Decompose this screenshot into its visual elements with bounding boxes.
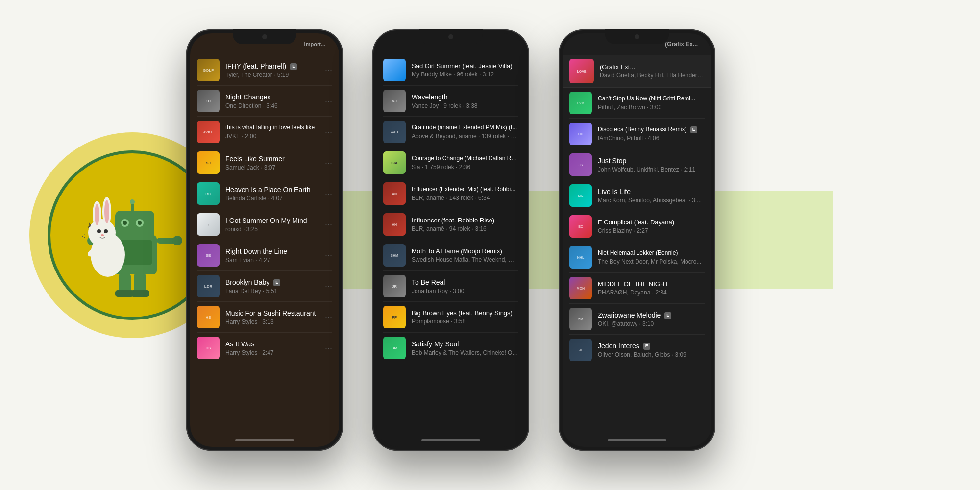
song-info-moth: Moth To A Flame (Moojo Remix) Swedish Ho…: [412, 247, 518, 264]
song-item-gratitude[interactable]: A&B Gratitude (anamē Extended PM Mix) (f…: [376, 117, 525, 147]
song-info-as-it-was: As It Was Harry Styles · 2:47: [225, 340, 319, 356]
phone2-home-indicator: [421, 439, 480, 441]
song-item-brooklyn[interactable]: LDR Brooklyn Baby E Lana Del Rey · 5:51 …: [190, 271, 339, 301]
svg-text:♪: ♪: [87, 220, 92, 230]
song-meta-as-it-was: Harry Styles · 2:47: [225, 349, 319, 356]
song-meta-jeden: Oliver Olson, Baluch, Gibbs · 3:09: [598, 351, 705, 358]
thumb-text-be: PP: [383, 306, 406, 328]
song-item-courage[interactable]: SIA Courage to Change (Michael Calfan Re…: [376, 147, 525, 178]
song-info-brown-eyes: Big Brown Eyes (feat. Benny Sings) Pompl…: [412, 309, 518, 325]
song-item-right-down[interactable]: SE Right Down the Line Sam Evian · 4:27 …: [190, 240, 339, 270]
thumb-text-fs: SJ: [197, 151, 220, 174]
song-item-heaven[interactable]: BC Heaven Is a Place On Earth Belinda Ca…: [190, 178, 339, 209]
song-meta-live-is-life: Marc Korn, Semitoo, Abrissgebeat · 3:...: [598, 197, 705, 204]
song-title-sushi: Music For a Sushi Restaurant: [225, 309, 319, 318]
song-info-right-down: Right Down the Line Sam Evian · 4:27: [225, 247, 319, 264]
song-item-just-stop[interactable]: JS Just Stop John Wolfcub, Unklfnkl, Ben…: [563, 149, 711, 180]
song-meta-brooklyn: Lana Del Rey · 5:51: [225, 288, 319, 294]
svg-point-26: [101, 234, 104, 236]
thumb-text-partial: LOVE: [569, 59, 594, 83]
song-meta-to-be-real: Jonathan Roy · 3:00: [412, 288, 518, 294]
song-item-zwariowane[interactable]: ZM Zwariowane Melodie E OKI, @atutowy · …: [563, 304, 711, 334]
thumb-text-inf: AN: [383, 213, 406, 236]
song-info-satisfy: Satisfy My Soul Bob Marley & The Wailers…: [412, 340, 518, 356]
svg-point-25: [104, 229, 108, 233]
song-options-ifhy[interactable]: ···: [325, 65, 332, 75]
song-thumb-right-down: SE: [197, 244, 220, 267]
song-options-falling[interactable]: ···: [325, 127, 332, 137]
song-item-influencer[interactable]: AN Influencer (feat. Robbie Rise) BLR, a…: [376, 209, 525, 240]
song-item-ifhy[interactable]: GOLF IFHY (feat. Pharrell) E Tyler, The …: [190, 55, 339, 85]
phone3-song-list: PZB Can't Stop Us Now (Nitti Gritti Remi…: [563, 88, 711, 365]
song-thumb-influencer: AN: [383, 213, 406, 236]
phone1-song-list: GOLF IFHY (feat. Pharrell) E Tyler, The …: [190, 55, 339, 363]
song-item-feels-summer[interactable]: SJ Feels Like Summer Samuel Jack · 3:07 …: [190, 147, 339, 178]
song-item-to-be-real[interactable]: JR To Be Real Jonathan Roy · 3:00: [376, 271, 525, 301]
song-thumb-gratitude: A&B: [383, 121, 406, 143]
song-item-discoteca[interactable]: DC Discoteca (Benny Benassi Remix) E IAm…: [563, 119, 711, 149]
song-info-cant-stop: Can't Stop Us Now (Nitti Gritti Remi... …: [598, 95, 705, 111]
song-options-brooklyn[interactable]: ···: [325, 281, 332, 292]
song-options-fs[interactable]: ···: [325, 158, 332, 168]
thumb-text-js: JS: [569, 153, 592, 176]
song-item-falling[interactable]: JVKE this is what falling in love feels …: [190, 117, 339, 147]
song-item-summer-mind[interactable]: r I Got Summer On My Mind ronixd · 3:25 …: [190, 209, 339, 240]
song-info-niet: Niet Helemaal Lekker (Bennie) The Boy Ne…: [598, 249, 705, 265]
song-title-gratitude: Gratitude (anamē Extended PM Mix) (f...: [412, 124, 518, 132]
song-meta-niet: The Boy Next Door, Mr Polska, Mocro...: [598, 258, 705, 265]
song-item-live-is-life[interactable]: LIL Live Is Life Marc Korn, Semitoo, Abr…: [563, 180, 711, 211]
song-item-sad-girl[interactable]: Sad Girl Summer (feat. Jessie Villa) My …: [376, 55, 525, 85]
song-item-niet[interactable]: NHL Niet Helemaal Lekker (Bennie) The Bo…: [563, 242, 711, 272]
song-item-middle-night[interactable]: MON MIDDLE OF THE NIGHT PHARAØH, Dayana …: [563, 273, 711, 303]
song-options-aiw[interactable]: ···: [325, 343, 332, 353]
song-title-e-complicat: E Complicat (feat. Dayana): [598, 219, 705, 227]
song-meta-sad-girl: My Buddy Mike · 96 rolek · 3:12: [412, 71, 518, 78]
song-thumb-moth: SHM: [383, 244, 406, 267]
song-title-wavelength: Wavelength: [412, 93, 518, 101]
song-info-wavelength: Wavelength Vance Joy · 9 rolek · 3:38: [412, 93, 518, 109]
song-options-heaven[interactable]: ···: [325, 189, 332, 199]
song-item-brown-eyes[interactable]: PP Big Brown Eyes (feat. Benny Sings) Po…: [376, 302, 525, 332]
song-info-falling: this is what falling in love feels like …: [225, 124, 319, 140]
song-meta-ifhy: Tyler, The Creator · 5:19: [225, 72, 319, 78]
song-item-satisfy[interactable]: BM Satisfy My Soul Bob Marley & The Wail…: [376, 333, 525, 363]
song-item-night-changes[interactable]: 1D Night Changes One Direction · 3:46 ··…: [190, 86, 339, 116]
song-thumb-partial: LOVE: [569, 59, 594, 83]
song-title-influencer: Influencer (feat. Robbie Rise): [412, 217, 518, 225]
song-title-falling: this is what falling in love feels like: [225, 124, 319, 132]
song-meta-feels-summer: Samuel Jack · 3:07: [225, 164, 319, 171]
song-item-influencer-ext[interactable]: AN Influencer (Extended Mix) (feat. Robb…: [376, 178, 525, 209]
song-item-as-it-was[interactable]: HS As It Was Harry Styles · 2:47 ···: [190, 333, 339, 363]
song-meta-just-stop: John Wolfcub, Unklfnkl, Bentez · 2:11: [598, 166, 705, 173]
thumb-text-lil: LIL: [569, 184, 592, 207]
song-info-just-stop: Just Stop John Wolfcub, Unklfnkl, Bentez…: [598, 156, 705, 173]
song-item-wavelength[interactable]: VJ Wavelength Vance Joy · 9 rolek · 3:38: [376, 86, 525, 116]
song-thumb-sushi: HS: [197, 306, 220, 328]
phone3-partial-top[interactable]: LOVE (Grafix Ext... David Guetta, Becky …: [563, 55, 711, 88]
song-item-moth[interactable]: SHM Moth To A Flame (Moojo Remix) Swedis…: [376, 240, 525, 270]
song-options-sm[interactable]: ···: [325, 220, 332, 230]
song-item-e-complicat[interactable]: EC E Complicat (feat. Dayana) Criss Blaz…: [563, 211, 711, 242]
song-item-jeden[interactable]: JI Jeden Interes E Oliver Olson, Baluch,…: [563, 335, 711, 365]
svg-point-7: [138, 221, 142, 225]
song-info-courage: Courage to Change (Michael Calfan Re... …: [412, 155, 518, 171]
song-info-zwariowane: Zwariowane Melodie E OKI, @atutowy · 3:1…: [598, 311, 705, 327]
song-options-rd[interactable]: ···: [325, 250, 332, 261]
song-thumb-live-is-life: LIL: [569, 184, 592, 207]
svg-text:♫: ♫: [81, 232, 86, 239]
song-meta-discoteca: IAmChino, Pitbull · 4:06: [598, 135, 705, 142]
song-meta-night-changes: One Direction · 3:46: [225, 102, 319, 109]
song-thumb-feels-summer: SJ: [197, 151, 220, 174]
thumb-text-rd: SE: [197, 244, 220, 267]
song-item-sushi[interactable]: HS Music For a Sushi Restaurant Harry St…: [190, 302, 339, 332]
song-item-cant-stop[interactable]: PZB Can't Stop Us Now (Nitti Gritti Remi…: [563, 88, 711, 118]
song-title-live-is-life: Live Is Life: [598, 187, 705, 196]
song-info-heaven: Heaven Is a Place On Earth Belinda Carli…: [225, 185, 319, 202]
song-info-e-complicat: E Complicat (feat. Dayana) Criss Blaziny…: [598, 219, 705, 235]
song-options-nc[interactable]: ···: [325, 96, 332, 106]
explicit-badge-discoteca: E: [690, 126, 697, 133]
song-meta-falling: JVKE · 2:00: [225, 133, 319, 140]
song-options-sushi[interactable]: ···: [325, 312, 332, 322]
song-title-discoteca: Discoteca (Benny Benassi Remix) E: [598, 126, 705, 134]
phone1-camera: [262, 34, 267, 39]
